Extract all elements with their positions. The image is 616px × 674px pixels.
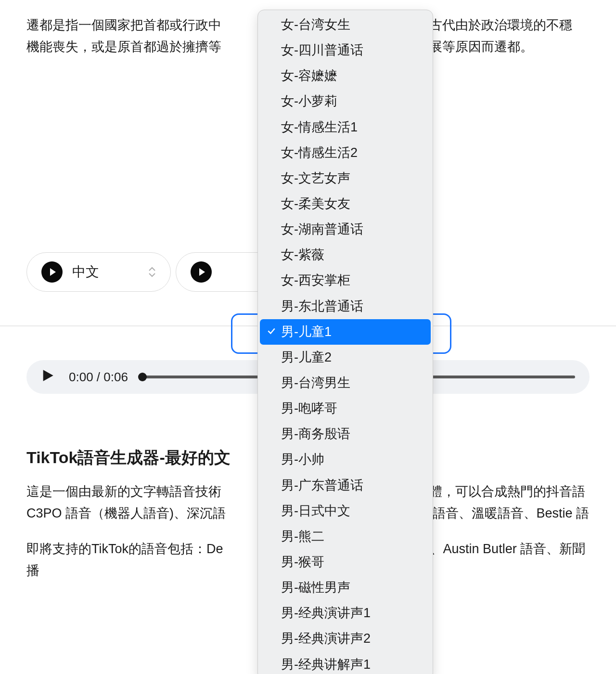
voice-option[interactable]: 男-商务殷语 [260,421,431,447]
voice-option-label: 女-容嬷嬷 [281,68,337,83]
intro-line1-right: 。古代由於政治環境的不穩 [416,18,572,32]
voice-option-label: 男-广东普通话 [281,478,363,493]
voice-option-label: 女-文艺女声 [281,171,350,185]
voice-dropdown-list[interactable]: 女-台湾女生女-四川普通话女-容嬷嬷女-小萝莉女-情感生活1女-情感生活2女-文… [257,10,433,674]
language-select-label: 中文 [72,263,139,281]
voice-option-label: 女-紫薇 [281,247,324,262]
voice-option[interactable]: 女-情感生活1 [260,115,431,140]
voice-option[interactable]: 男-日式中文 [260,498,431,524]
voice-option[interactable]: 男-猴哥 [260,549,431,575]
voice-option-label: 女-小萝莉 [281,94,337,108]
intro-line2-left: 機能喪失，或是原首都過於擁擠等 [26,39,221,54]
voice-option[interactable]: 男-儿童2 [260,345,431,370]
voice-option-label: 男-经典演讲声2 [281,631,371,646]
voice-option[interactable]: 男-东北普通话 [260,294,431,319]
intro-line1-left: 遷都是指一個國家把首都或行政中 [26,18,221,32]
voice-option-label: 男-磁性男声 [281,580,350,595]
voice-option-label: 男-商务殷语 [281,427,350,441]
svg-marker-1 [199,268,205,276]
intro-line2-right: 發展等原因而遷都。 [416,39,533,54]
voice-option[interactable]: 女-小萝莉 [260,89,431,114]
voice-option[interactable]: 男-咆哮哥 [260,396,431,421]
check-icon [267,323,276,341]
voice-option[interactable]: 女-紫薇 [260,242,431,268]
voice-option-label: 男-猴哥 [281,555,324,569]
voice-option[interactable]: 男-广东普通话 [260,473,431,498]
voice-option[interactable]: 男-台湾男生 [260,370,431,396]
voice-option[interactable]: 男-熊二 [260,524,431,549]
voice-option-label: 男-儿童2 [281,350,332,364]
voice-option-label: 女-情感生活1 [281,120,358,134]
voice-option-label: 男-东北普通话 [281,299,363,313]
play-icon[interactable] [191,261,212,283]
voice-option[interactable]: 女-容嬷嬷 [260,63,431,89]
voice-option[interactable]: 男-经典演讲声2 [260,626,431,651]
audio-play-button[interactable] [41,369,54,385]
language-select[interactable]: 中文 [26,252,171,292]
chevron-updown-icon [148,267,156,277]
voice-option-label: 男-儿童1 [281,324,332,339]
voice-option[interactable]: 女-湖南普通话 [260,217,431,242]
voice-option[interactable]: 女-西安掌柜 [260,268,431,293]
voice-option-label: 男-台湾男生 [281,376,350,390]
voice-option[interactable]: 男-磁性男声 [260,575,431,600]
voice-option-label: 女-柔美女友 [281,196,350,211]
voice-option-label: 男-熊二 [281,529,324,544]
audio-time-display: 0:00 / 0:06 [69,370,128,385]
voice-option-label: 男-日式中文 [281,504,350,518]
voice-option[interactable]: 女-情感生活2 [260,140,431,166]
voice-option-label: 女-四川普通话 [281,43,363,57]
voice-option-label: 男-咆哮哥 [281,401,337,415]
voice-option[interactable]: 女-四川普通话 [260,38,431,63]
voice-option-label: 女-湖南普通话 [281,222,363,236]
play-icon[interactable] [41,261,63,283]
svg-marker-0 [50,268,56,276]
voice-option[interactable]: 女-台湾女生 [260,12,431,38]
voice-option[interactable]: 男-经典演讲声1 [260,600,431,626]
voice-option-label: 女-西安掌柜 [281,273,350,287]
voice-option-label: 男-小帅 [281,452,324,467]
voice-option[interactable]: 男-儿童1 [260,319,431,345]
voice-option-label: 女-台湾女生 [281,17,350,32]
voice-option-label: 男-经典演讲声1 [281,606,371,620]
voice-option-label: 女-情感生活2 [281,145,358,160]
voice-option[interactable]: 男-小帅 [260,447,431,472]
voice-option[interactable]: 男-经典讲解声1 [260,652,431,674]
voice-option-label: 男-经典讲解声1 [281,657,371,672]
voice-option[interactable]: 女-柔美女友 [260,191,431,217]
voice-option[interactable]: 女-文艺女声 [260,166,431,191]
svg-marker-2 [43,370,53,381]
